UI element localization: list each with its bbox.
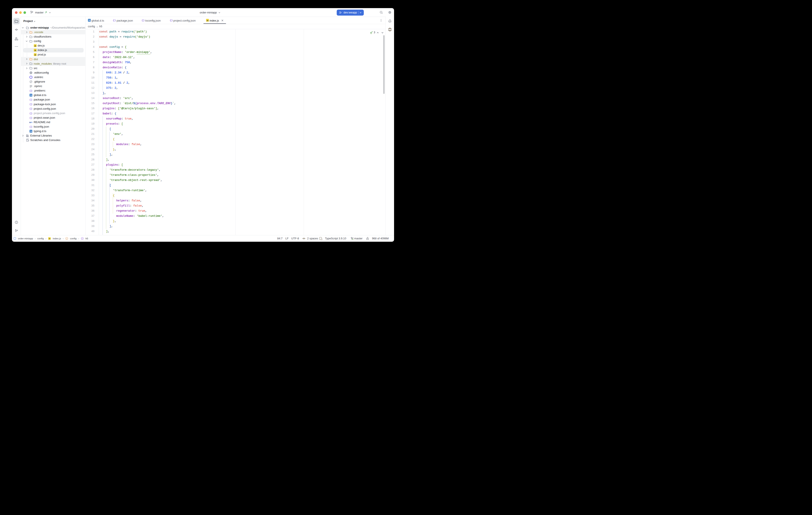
svg-text:JS: JS (34, 50, 36, 51)
svg-text:V: V (66, 238, 67, 239)
svg-text:JS: JS (34, 54, 36, 56)
svg-text:{}: {} (170, 19, 173, 22)
svg-text:TS: TS (30, 94, 32, 96)
svg-text:JS: JS (207, 20, 208, 21)
svg-text:M: M (29, 121, 31, 123)
svg-text:TS: TS (88, 20, 90, 21)
svg-text:{}: {} (29, 126, 32, 128)
svg-text:{}: {} (29, 116, 32, 119)
svg-text:JS: JS (34, 45, 36, 47)
svg-text:{}: {} (29, 98, 32, 101)
svg-text:{}: {} (29, 89, 32, 92)
svg-text:X: X (389, 28, 390, 31)
svg-text:{}: {} (29, 112, 32, 115)
svg-text:{}: {} (142, 19, 145, 22)
svg-text:{}: {} (29, 103, 32, 106)
svg-text:P: P (82, 238, 83, 239)
svg-text:JS: JS (49, 238, 50, 239)
svg-text:{}: {} (29, 108, 32, 110)
svg-text:{}: {} (113, 19, 116, 22)
svg-text:TS: TS (30, 131, 32, 132)
